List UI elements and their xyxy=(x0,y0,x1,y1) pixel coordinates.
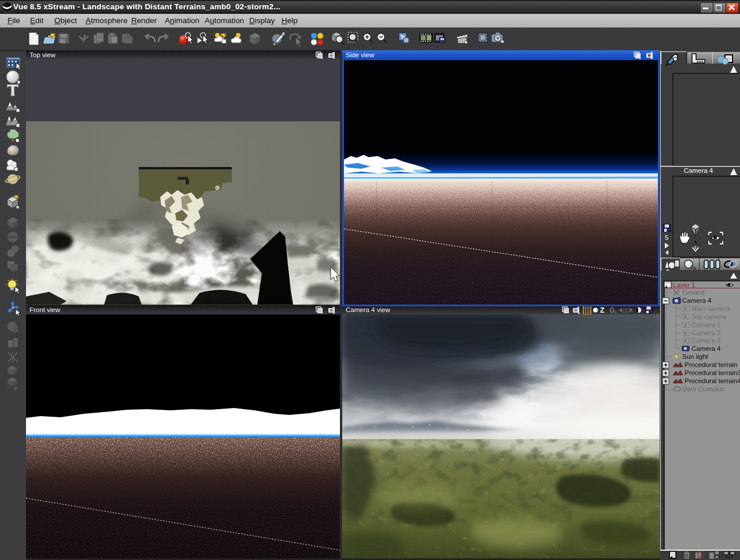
svg-text:Sun light: Sun light xyxy=(682,353,709,360)
svg-text:Top camera: Top camera xyxy=(691,313,727,320)
svg-text:Camera 4: Camera 4 xyxy=(684,167,713,174)
svg-text:Camera 4: Camera 4 xyxy=(691,345,721,352)
svg-text:Procedural terrain: Procedural terrain xyxy=(684,361,737,368)
svg-text:Layer 1: Layer 1 xyxy=(673,281,695,288)
svg-text:Camera 4: Camera 4 xyxy=(682,297,712,304)
svg-text:Main camera: Main camera xyxy=(691,305,730,312)
svg-text:G,: G, xyxy=(609,306,617,314)
svg-text:Z: Z xyxy=(600,306,604,314)
svg-text:Camera 3: Camera 3 xyxy=(691,337,721,344)
svg-text:Ground: Ground xyxy=(682,289,704,296)
svg-text:00: 00 xyxy=(623,307,630,314)
svg-text:2: 2 xyxy=(700,552,702,558)
svg-text:Dark Cumulus: Dark Cumulus xyxy=(682,385,724,392)
svg-text:5: 5 xyxy=(665,234,668,241)
svg-text:Procedural terrain4: Procedural terrain4 xyxy=(684,377,740,384)
svg-text:Camera 2: Camera 2 xyxy=(691,329,721,336)
svg-text:Camera 1: Camera 1 xyxy=(691,321,721,328)
svg-text:Procedural terrain3: Procedural terrain3 xyxy=(684,369,740,376)
